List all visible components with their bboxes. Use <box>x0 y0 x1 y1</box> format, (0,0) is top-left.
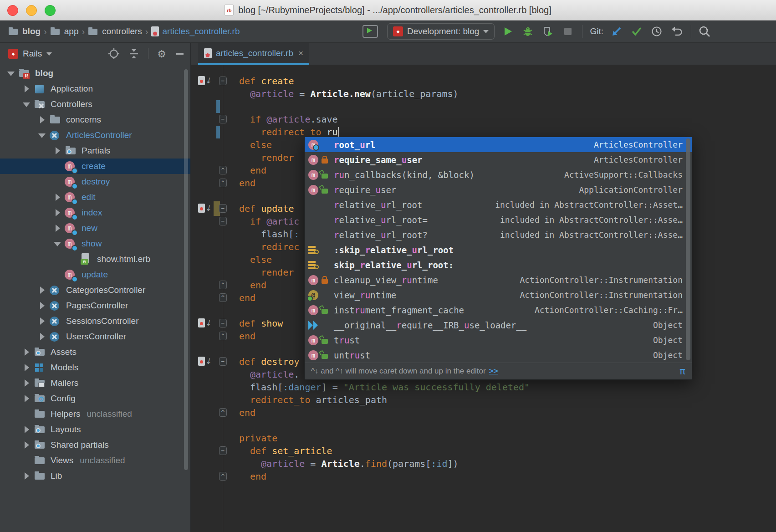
tree-item-sessionscontroller[interactable]: SessionsController <box>0 313 190 329</box>
tree-item-update[interactable]: mupdate <box>0 267 190 282</box>
tree-item-shared-partials[interactable]: Shared partials <box>0 437 190 453</box>
tree-item-helpers[interactable]: Helpersunclassified <box>0 406 190 422</box>
fold-marker-close-icon[interactable]: ^ <box>219 166 227 174</box>
fold-marker-close-icon[interactable]: ^ <box>219 179 227 187</box>
completion-item-trust[interactable]: mtrustObject <box>305 332 692 348</box>
commit-button[interactable] <box>630 25 643 38</box>
fold-marker-open-icon[interactable]: − <box>219 217 227 225</box>
expand-arrow-icon[interactable] <box>36 112 49 128</box>
tree-item-create[interactable]: mcreate <box>0 159 190 174</box>
stop-button[interactable] <box>561 25 575 38</box>
zoom-window-button[interactable] <box>45 5 56 16</box>
breadcrumb-item-articles-controller-rb[interactable]: articles_controller.rb <box>151 26 240 36</box>
completion-item-root-url[interactable]: mroot_urlArticlesController <box>305 137 692 152</box>
code-line[interactable]: −if @article.save <box>191 113 776 126</box>
expand-arrow-icon[interactable] <box>36 313 49 329</box>
tree-item-show[interactable]: mshow <box>0 236 190 251</box>
completion-item-cleanup-view-runtime[interactable]: mcleanup_view_runtimeActionController::I… <box>305 272 692 287</box>
code-line[interactable]: private <box>191 432 776 445</box>
tree-item-assets[interactable]: Assets <box>0 344 190 360</box>
tree-item-views[interactable]: Viewsunclassified <box>0 453 190 468</box>
update-project-button[interactable] <box>610 25 623 38</box>
fold-marker-close-icon[interactable]: ^ <box>219 281 227 289</box>
completion-item-view-runtime[interactable]: @view_runtimeActionController::Instrumen… <box>305 287 692 302</box>
tree-item-partials[interactable]: Partials <box>0 143 190 159</box>
fold-marker-open-icon[interactable]: − <box>219 319 227 327</box>
hint-more-link[interactable]: >> <box>489 367 498 376</box>
tree-item-destroy[interactable]: mdestroy <box>0 174 190 189</box>
tree-scrollbar[interactable] <box>184 69 188 470</box>
breadcrumb-item-controllers[interactable]: controllers <box>88 26 142 37</box>
rails-action-icon[interactable]: ↓ <box>198 318 213 329</box>
rails-action-icon[interactable]: ↓ <box>198 203 213 214</box>
code-line[interactable] <box>191 100 776 113</box>
expand-arrow-icon[interactable] <box>36 298 49 313</box>
completion-item-require-user[interactable]: mrequire_userApplicationController <box>305 182 692 197</box>
breadcrumb-item-app[interactable]: app <box>50 26 79 37</box>
tree-item-mailers[interactable]: Mailers <box>0 375 190 391</box>
tree-item-concerns[interactable]: concerns <box>0 112 190 128</box>
breadcrumb-item-blog[interactable]: blog <box>8 26 41 37</box>
search-everywhere-icon[interactable] <box>698 25 711 38</box>
chevron-down-icon[interactable] <box>46 52 52 56</box>
fold-marker-close-icon[interactable]: ^ <box>219 332 227 340</box>
rails-action-icon[interactable]: ↓ <box>198 76 213 87</box>
completion-item-relative-url-root[interactable]: relative_url_root?included in AbstractCo… <box>305 227 692 242</box>
collapse-arrow-icon[interactable] <box>36 128 49 143</box>
run-configuration-select[interactable]: ◆ Development: blog <box>387 23 495 40</box>
completion-item-relative-url-root[interactable]: relative_url_rootincluded in AbstractCon… <box>305 197 692 212</box>
code-line[interactable]: ^end <box>191 470 776 483</box>
expand-arrow-icon[interactable] <box>20 422 34 437</box>
fold-marker-close-icon[interactable]: ^ <box>219 472 227 481</box>
completion-item-require-same-user[interactable]: mrequire_same_userArticlesController <box>305 152 692 167</box>
tree-item-layouts[interactable]: Layouts <box>0 422 190 437</box>
tree-item-edit[interactable]: medit <box>0 189 190 205</box>
expand-arrow-icon[interactable] <box>51 220 65 236</box>
code-line[interactable]: ↓−def create <box>191 75 776 87</box>
code-line[interactable]: @article = Article.new(article_params) <box>191 87 776 100</box>
code-line[interactable] <box>191 419 776 432</box>
run-button[interactable] <box>501 25 515 38</box>
fold-marker-open-icon[interactable]: − <box>219 77 227 85</box>
tree-item-blog[interactable]: Rblog <box>0 66 190 81</box>
fold-marker-open-icon[interactable]: − <box>219 357 227 366</box>
fold-marker-open-icon[interactable]: − <box>219 204 227 213</box>
expand-arrow-icon[interactable] <box>20 344 34 360</box>
tree-item-new[interactable]: mnew <box>0 220 190 236</box>
expand-arrow-icon[interactable] <box>51 189 65 205</box>
history-button[interactable] <box>650 25 664 38</box>
expand-arrow-icon[interactable] <box>20 468 34 484</box>
tab-articles-controller[interactable]: articles_controller.rb × <box>198 43 309 65</box>
collapse-all-button[interactable] <box>127 47 141 61</box>
expand-arrow-icon[interactable] <box>20 437 34 453</box>
tree-item-lib[interactable]: Lib <box>0 468 190 484</box>
rollback-button[interactable] <box>670 25 684 38</box>
expand-arrow-icon[interactable] <box>20 391 34 406</box>
close-tab-icon[interactable]: × <box>298 48 303 58</box>
code-line[interactable]: flash[:danger] = "Article was successful… <box>191 381 776 394</box>
completion-item-skip-relative-url-root[interactable]: :skip_relative_url_root <box>305 242 692 257</box>
collapse-arrow-icon[interactable] <box>20 97 34 112</box>
tree-item-articlescontroller[interactable]: ArticlesController <box>0 128 190 143</box>
fold-marker-close-icon[interactable]: ^ <box>219 408 227 417</box>
fold-marker-open-icon[interactable]: − <box>219 446 227 455</box>
code-line[interactable]: −def set_article <box>191 445 776 457</box>
tree-item-show-html-erb[interactable]: Rshow.html.erb <box>0 251 190 267</box>
expand-arrow-icon[interactable] <box>36 282 49 298</box>
settings-gear-icon[interactable]: ⚙ <box>155 47 168 61</box>
debug-button[interactable] <box>521 25 535 38</box>
completion-item-instrument-fragment-cache[interactable]: minstrument_fragment_cacheActionControll… <box>305 302 692 317</box>
completion-item-original-require-irb-use-loader[interactable]: __original__require__IRB_use_loader__Obj… <box>305 317 692 332</box>
fold-marker-open-icon[interactable]: − <box>219 115 227 123</box>
tree-item-userscontroller[interactable]: UsersController <box>0 329 190 344</box>
expand-arrow-icon[interactable] <box>20 360 34 375</box>
tree-item-config[interactable]: ⚙Config <box>0 391 190 406</box>
expand-arrow-icon[interactable] <box>51 205 65 220</box>
hide-tool-window-button[interactable] <box>173 47 187 61</box>
tree-item-index[interactable]: mindex <box>0 205 190 220</box>
run-with-coverage-button[interactable] <box>541 25 555 38</box>
tree-item-models[interactable]: Models <box>0 360 190 375</box>
expand-arrow-icon[interactable] <box>51 143 65 159</box>
tree-item-pagescontroller[interactable]: PagesController <box>0 298 190 313</box>
code-line[interactable]: redirect_to articles_path <box>191 394 776 406</box>
